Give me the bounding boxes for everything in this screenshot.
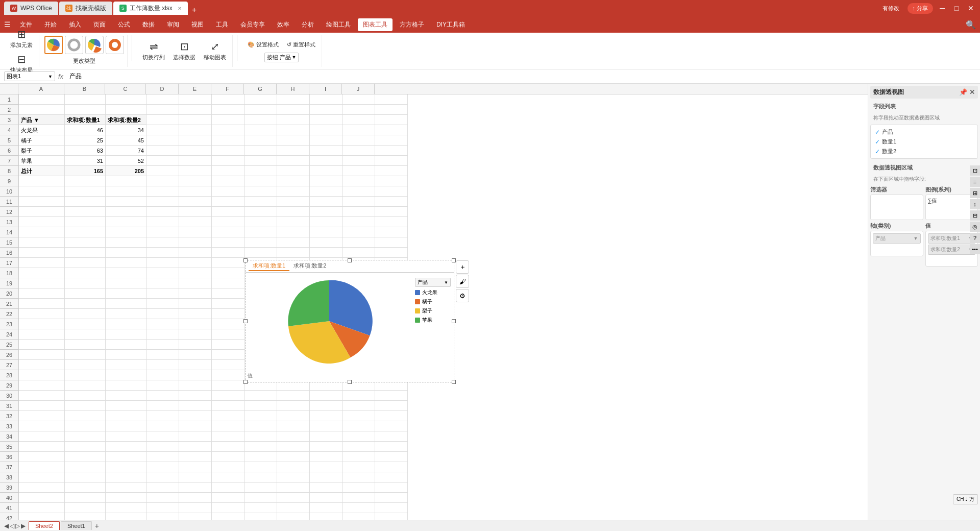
cell-13-b[interactable] bbox=[65, 217, 106, 227]
cell-1-a[interactable] bbox=[19, 94, 65, 105]
menu-diy[interactable]: DIY工具箱 bbox=[431, 18, 470, 31]
col-header-a[interactable]: A bbox=[18, 84, 64, 94]
values-tag-qty1[interactable]: 求和项:数量1 ▼ bbox=[928, 233, 976, 244]
cell-2-J[interactable] bbox=[342, 105, 375, 115]
cell-35-K[interactable] bbox=[375, 442, 408, 452]
cell-42-I[interactable] bbox=[310, 513, 342, 520]
cell-4-K[interactable] bbox=[375, 125, 408, 135]
cell-4-J[interactable] bbox=[342, 125, 375, 135]
cell-10-J[interactable] bbox=[342, 186, 375, 197]
cell-31-J[interactable] bbox=[342, 401, 375, 411]
chart-filter-btn[interactable]: ⚙ bbox=[456, 289, 469, 302]
cell-39-J[interactable] bbox=[342, 482, 375, 493]
cell-34-D[interactable] bbox=[146, 431, 179, 442]
cell-31-E[interactable] bbox=[179, 401, 212, 411]
cell-32-a[interactable] bbox=[19, 411, 65, 421]
menu-vip[interactable]: 会员专享 bbox=[235, 18, 270, 31]
cell-39-K[interactable] bbox=[375, 482, 408, 493]
cell-40-D[interactable] bbox=[146, 493, 179, 503]
cell-30-K[interactable] bbox=[375, 391, 408, 401]
cell-7-G[interactable] bbox=[244, 156, 277, 166]
cell-18-a[interactable] bbox=[19, 268, 65, 278]
cell-20-c[interactable] bbox=[106, 288, 146, 299]
col-header-c[interactable]: C bbox=[105, 84, 146, 94]
tab-wps[interactable]: W WPS Office bbox=[4, 2, 58, 15]
cell-42-b[interactable] bbox=[65, 513, 106, 520]
cell-36-D[interactable] bbox=[146, 452, 179, 462]
cell-42-c[interactable] bbox=[106, 513, 146, 520]
cell-9-E[interactable] bbox=[179, 176, 212, 186]
move-chart-btn[interactable]: ⤢ 移动图表 bbox=[201, 38, 229, 64]
cell-23-b[interactable] bbox=[65, 319, 106, 329]
menu-view[interactable]: 视图 bbox=[186, 18, 209, 31]
cell-42-G[interactable] bbox=[244, 513, 277, 520]
cell-22-b[interactable] bbox=[65, 309, 106, 319]
cell-40-G[interactable] bbox=[244, 493, 277, 503]
cell-10-c[interactable] bbox=[106, 186, 146, 197]
cell-30-F[interactable] bbox=[212, 391, 244, 401]
cell-8-a[interactable]: 总计 bbox=[19, 166, 65, 176]
cell-32-c[interactable] bbox=[106, 411, 146, 421]
cell-8-F[interactable] bbox=[212, 166, 244, 176]
cell-38-a[interactable] bbox=[19, 472, 65, 482]
change-type-btn[interactable]: 更改类型 bbox=[70, 56, 99, 66]
cell-13-K[interactable] bbox=[375, 217, 408, 227]
cell-20-E[interactable] bbox=[179, 288, 212, 299]
cell-19-c[interactable] bbox=[106, 278, 146, 288]
cell-39-a[interactable] bbox=[19, 482, 65, 493]
menu-format-tools[interactable]: 方方格子 bbox=[395, 18, 429, 31]
cell-10-a[interactable] bbox=[19, 186, 65, 197]
cell-2-D[interactable] bbox=[146, 105, 179, 115]
cell-5-I[interactable] bbox=[310, 135, 342, 146]
cell-1-I[interactable] bbox=[310, 94, 342, 105]
cell-42-a[interactable] bbox=[19, 513, 65, 520]
cell-17-F[interactable] bbox=[212, 258, 244, 268]
cell-17-E[interactable] bbox=[179, 258, 212, 268]
cell-2-E[interactable] bbox=[179, 105, 212, 115]
cell-10-G[interactable] bbox=[244, 186, 277, 197]
cell-39-c[interactable] bbox=[106, 482, 146, 493]
cell-31-b[interactable] bbox=[65, 401, 106, 411]
cell-41-K[interactable] bbox=[375, 503, 408, 513]
cell-41-I[interactable] bbox=[310, 503, 342, 513]
cell-24-F[interactable] bbox=[212, 329, 244, 340]
cell-25-c[interactable] bbox=[106, 340, 146, 350]
cell-41-G[interactable] bbox=[244, 503, 277, 513]
cell-8-J[interactable] bbox=[342, 166, 375, 176]
cell-18-c[interactable] bbox=[106, 268, 146, 278]
cell-27-a[interactable] bbox=[19, 360, 65, 370]
cell-26-c[interactable] bbox=[106, 350, 146, 360]
cell-33-c[interactable] bbox=[106, 421, 146, 431]
cell-38-c[interactable] bbox=[106, 472, 146, 482]
cell-3-J[interactable] bbox=[342, 115, 375, 125]
cell-5-a[interactable]: 橘子 bbox=[19, 135, 65, 146]
cell-14-G[interactable] bbox=[244, 227, 277, 237]
cell-29-b[interactable] bbox=[65, 380, 106, 391]
cell-3-a[interactable]: 产品 ▼ bbox=[19, 115, 65, 125]
cell-7-a[interactable]: 苹果 bbox=[19, 156, 65, 166]
name-box[interactable]: 图表1 ▼ bbox=[4, 71, 55, 81]
tab-file[interactable]: S 工作薄数量.xlsx ✕ bbox=[113, 2, 188, 15]
field-item-product[interactable]: ✓ 产品 bbox=[873, 127, 975, 137]
cell-33-K[interactable] bbox=[375, 421, 408, 431]
cell-16-G[interactable] bbox=[244, 248, 277, 258]
cell-11-D[interactable] bbox=[146, 197, 179, 207]
cell-3-G[interactable] bbox=[244, 115, 277, 125]
cell-13-a[interactable] bbox=[19, 217, 65, 227]
cell-8-c[interactable]: 205 bbox=[106, 166, 146, 176]
cell-15-J[interactable] bbox=[342, 237, 375, 248]
cell-8-b[interactable]: 165 bbox=[65, 166, 106, 176]
cell-13-F[interactable] bbox=[212, 217, 244, 227]
cell-9-H[interactable] bbox=[277, 176, 310, 186]
cell-5-D[interactable] bbox=[146, 135, 179, 146]
cell-34-E[interactable] bbox=[179, 431, 212, 442]
cell-15-D[interactable] bbox=[146, 237, 179, 248]
cell-34-G[interactable] bbox=[244, 431, 277, 442]
cell-33-F[interactable] bbox=[212, 421, 244, 431]
axis-tag-product[interactable]: 产品 ▼ bbox=[873, 233, 921, 244]
cell-17-c[interactable] bbox=[106, 258, 146, 268]
legend-dropdown[interactable]: 产品 ▼ bbox=[415, 278, 451, 287]
cell-30-D[interactable] bbox=[146, 391, 179, 401]
cell-1-c[interactable] bbox=[106, 94, 146, 105]
cell-1-K[interactable] bbox=[375, 94, 408, 105]
